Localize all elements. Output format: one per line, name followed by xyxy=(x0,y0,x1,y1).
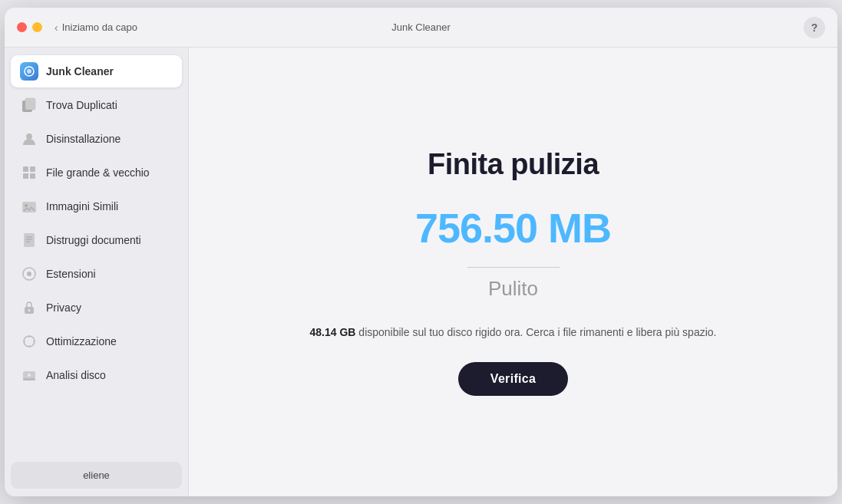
svg-point-16 xyxy=(27,272,31,276)
svg-rect-21 xyxy=(23,378,35,380)
immagini-simili-icon xyxy=(20,197,38,216)
sidebar-item-label: Junk Cleaner xyxy=(46,65,114,77)
sidebar-item-label: Estensioni xyxy=(46,268,96,280)
sidebar-item-label: Immagini Simili xyxy=(46,200,118,212)
breadcrumb[interactable]: ‹ Iniziamo da capo xyxy=(54,21,137,34)
sidebar-user[interactable]: eliene xyxy=(11,462,182,489)
breadcrumb-label: Iniziamo da capo xyxy=(62,21,137,33)
svg-point-19 xyxy=(24,336,35,347)
file-grande-icon xyxy=(20,163,38,182)
traffic-lights xyxy=(17,22,42,32)
svg-rect-11 xyxy=(24,233,35,247)
sidebar-item-label: Privacy xyxy=(46,301,81,314)
sidebar-item-disinstallazione[interactable]: Disinstallazione xyxy=(11,123,182,155)
sidebar-item-label: File grande & vecchio xyxy=(46,166,150,179)
window-title: Junk Cleaner xyxy=(391,21,451,33)
minimize-button[interactable] xyxy=(32,22,42,32)
result-title: Finita pulizia xyxy=(428,148,599,181)
result-label: Pulito xyxy=(488,277,538,301)
svg-rect-7 xyxy=(23,173,28,179)
sidebar-item-analisi-disco[interactable]: Analisi disco xyxy=(11,359,182,391)
info-text: disponibile sul tuo disco rigido ora. Ce… xyxy=(358,326,716,338)
privacy-icon xyxy=(20,298,38,317)
sidebar-item-label: Distruggi documenti xyxy=(46,234,141,246)
svg-rect-3 xyxy=(25,98,35,110)
sidebar-item-label: Analisi disco xyxy=(46,369,106,381)
disk-space-value: 48.14 GB xyxy=(310,326,356,338)
close-button[interactable] xyxy=(17,22,27,32)
svg-point-1 xyxy=(27,69,31,74)
content-area: Finita pulizia 756.50 MB Pulito 48.14 GB… xyxy=(189,48,837,496)
help-button[interactable]: ? xyxy=(804,17,825,38)
main-layout: Junk Cleaner Trova Duplicati xyxy=(5,48,837,496)
svg-point-22 xyxy=(28,374,31,377)
sidebar-item-label: Disinstallazione xyxy=(46,133,121,145)
result-info: 48.14 GB disponibile sul tuo disco rigid… xyxy=(310,324,717,341)
breadcrumb-arrow-icon: ‹ xyxy=(54,21,58,34)
sidebar: Junk Cleaner Trova Duplicati xyxy=(5,48,189,496)
trova-duplicati-icon xyxy=(20,96,38,114)
sidebar-item-file-grande[interactable]: File grande & vecchio xyxy=(11,156,182,189)
titlebar: ‹ Iniziamo da capo Junk Cleaner ? xyxy=(5,8,837,48)
svg-point-18 xyxy=(28,309,31,311)
estensioni-icon xyxy=(20,265,38,283)
svg-rect-8 xyxy=(30,173,35,179)
app-window: ‹ Iniziamo da capo Junk Cleaner ? Junk C… xyxy=(5,8,837,496)
verify-button[interactable]: Verifica xyxy=(458,362,568,396)
sidebar-item-label: Ottimizzazione xyxy=(46,335,117,348)
svg-rect-5 xyxy=(23,166,28,172)
result-divider xyxy=(467,267,560,268)
sidebar-item-privacy[interactable]: Privacy xyxy=(11,292,182,324)
sidebar-spacer xyxy=(11,393,182,462)
sidebar-item-immagini-simili[interactable]: Immagini Simili xyxy=(11,190,182,222)
sidebar-item-distruggi-documenti[interactable]: Distruggi documenti xyxy=(11,224,182,256)
junk-cleaner-icon xyxy=(20,62,38,81)
distruggi-documenti-icon xyxy=(20,231,38,249)
svg-point-10 xyxy=(25,204,28,207)
sidebar-item-ottimizzazione[interactable]: Ottimizzazione xyxy=(11,325,182,357)
analisi-disco-icon xyxy=(20,366,38,384)
ottimizzazione-icon xyxy=(20,332,38,351)
svg-rect-6 xyxy=(30,166,35,172)
disinstallazione-icon xyxy=(20,130,38,148)
sidebar-item-label: Trova Duplicati xyxy=(46,99,117,111)
sidebar-item-estensioni[interactable]: Estensioni xyxy=(11,258,182,290)
svg-point-4 xyxy=(26,133,32,140)
sidebar-item-junk-cleaner[interactable]: Junk Cleaner xyxy=(11,55,182,87)
result-size: 756.50 MB xyxy=(415,204,611,252)
sidebar-item-trova-duplicati[interactable]: Trova Duplicati xyxy=(11,89,182,121)
